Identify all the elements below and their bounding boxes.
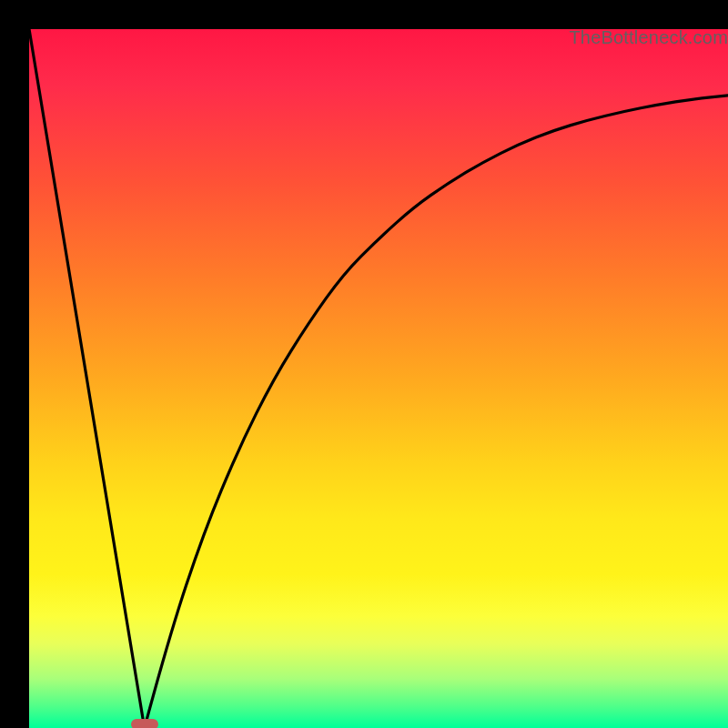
bottleneck-curve-left: [29, 29, 145, 728]
plot-area: TheBottleneck.com: [29, 29, 728, 728]
chart-frame: TheBottleneck.com: [15, 15, 713, 713]
curve-layer: [29, 29, 728, 728]
optimal-point-marker: [131, 719, 158, 728]
bottleneck-curve-right: [145, 96, 728, 728]
watermark-text: TheBottleneck.com: [569, 27, 728, 48]
